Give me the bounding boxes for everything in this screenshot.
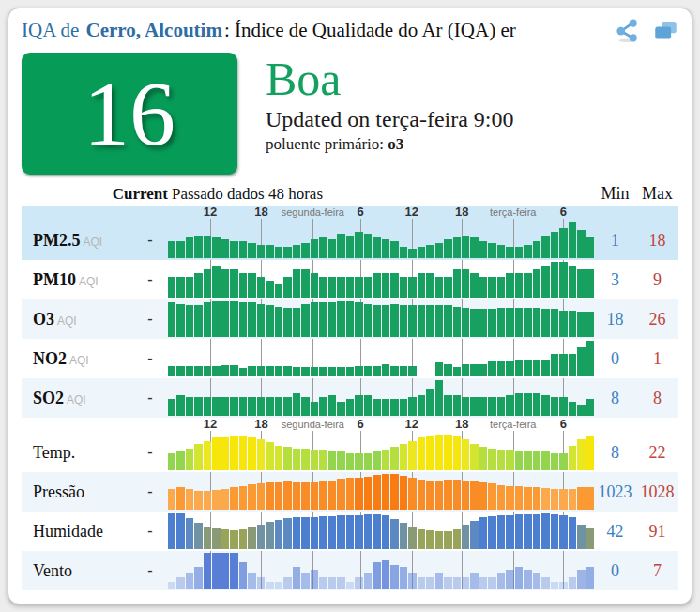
min-value-pm25: 1 (594, 216, 636, 251)
bar (524, 451, 531, 470)
bar (515, 567, 523, 589)
bar (194, 444, 202, 470)
bar (337, 515, 344, 549)
bar (186, 449, 193, 470)
max-value-so2: 8 (636, 389, 678, 408)
history-chart-pm25[interactable]: 1218segunda-feira61218terça-feira6 (168, 206, 594, 260)
bar (319, 450, 327, 470)
bar (293, 367, 300, 376)
table-row-pm10: PM10AQI-39 (22, 260, 678, 299)
bar (382, 239, 389, 258)
bar (168, 582, 175, 589)
bar (266, 305, 273, 337)
row-label-vento: Vento (22, 561, 132, 581)
bar (337, 451, 344, 470)
bar (168, 241, 175, 258)
bar (551, 354, 558, 376)
bar (168, 302, 175, 337)
header-icons (607, 18, 678, 43)
history-chart-pressao[interactable] (168, 472, 594, 512)
bar (230, 301, 237, 337)
history-chart-temp[interactable]: 1218segunda-feira61218terça-feira6 (168, 418, 594, 472)
bar (257, 245, 265, 258)
bar (559, 354, 567, 376)
bar (301, 517, 309, 549)
bar (319, 481, 327, 510)
bar (470, 481, 478, 510)
bar (311, 302, 318, 337)
bar (382, 399, 389, 416)
bar (382, 273, 389, 298)
bar (470, 521, 478, 549)
bar (293, 482, 300, 510)
bars-no2 (168, 341, 594, 376)
bar (373, 562, 380, 589)
bar (194, 236, 202, 258)
bar (418, 437, 425, 470)
bar (328, 577, 336, 589)
bar (194, 366, 202, 376)
bar (408, 305, 416, 337)
bar (479, 309, 487, 337)
bar (497, 515, 505, 549)
bar (283, 247, 291, 258)
bar (524, 245, 531, 258)
bar (311, 239, 318, 258)
current-value-so2: - (132, 390, 168, 406)
copy-icon[interactable] (653, 18, 678, 43)
bar (319, 277, 327, 298)
bar (168, 513, 175, 549)
history-chart-no2[interactable] (168, 339, 594, 378)
bar (168, 277, 175, 298)
bar (408, 277, 416, 298)
city-link[interactable]: Cerro, Alcoutim (86, 19, 222, 42)
bar (301, 449, 309, 470)
bar (266, 582, 273, 589)
bar (400, 523, 407, 549)
bar (346, 367, 354, 376)
bar (426, 481, 434, 510)
history-chart-pm10[interactable] (168, 260, 594, 299)
bar (533, 308, 540, 337)
bar (470, 273, 478, 298)
bar (204, 302, 211, 337)
axis-tick-label: 18 (455, 205, 468, 219)
bar (221, 239, 229, 258)
bar (373, 475, 380, 510)
bar (257, 483, 265, 510)
row-label-pm10: PM10AQI (22, 270, 132, 290)
bar (462, 577, 469, 589)
bar (328, 451, 336, 470)
bar (194, 523, 202, 549)
bar (176, 513, 184, 549)
bar (426, 436, 434, 470)
bar (462, 397, 469, 416)
bar (506, 570, 513, 589)
bar (453, 367, 461, 376)
bar (364, 395, 372, 416)
bar (275, 307, 282, 337)
bar (541, 488, 549, 510)
history-chart-so2[interactable] (168, 378, 594, 418)
bar (418, 529, 425, 549)
history-chart-o3[interactable] (168, 299, 594, 339)
bar (408, 527, 416, 549)
current-value-no2: - (132, 350, 168, 367)
share-icon[interactable] (615, 18, 640, 43)
bar (221, 301, 229, 337)
axis-tick-label: 12 (204, 205, 217, 219)
pollutant-name: Pressão (33, 482, 84, 501)
bar (301, 269, 309, 298)
bar (435, 481, 443, 511)
min-value-vento: 0 (594, 561, 636, 581)
min-value-pm10: 3 (594, 270, 636, 290)
history-chart-humidade[interactable] (168, 512, 594, 551)
bar (559, 228, 567, 258)
bar (586, 399, 594, 416)
axis-tick-label: 18 (254, 205, 267, 219)
bar (586, 269, 594, 298)
history-chart-vento[interactable] (168, 551, 594, 590)
bar (248, 273, 255, 298)
bar (400, 476, 407, 510)
bar (355, 478, 362, 510)
